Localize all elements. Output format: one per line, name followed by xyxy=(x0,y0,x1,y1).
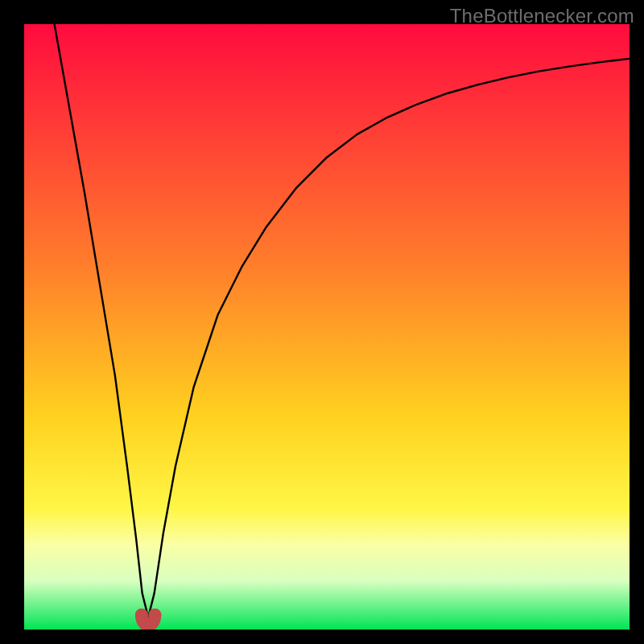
marker-optimal-low xyxy=(135,609,148,621)
plot-area xyxy=(24,24,630,630)
gradient-background xyxy=(24,24,630,630)
watermark-text: TheBottlenecker.com xyxy=(450,5,634,27)
chart-svg xyxy=(24,24,630,630)
marker-optimal-high xyxy=(149,609,162,621)
chart-frame: TheBottlenecker.com xyxy=(0,0,644,644)
